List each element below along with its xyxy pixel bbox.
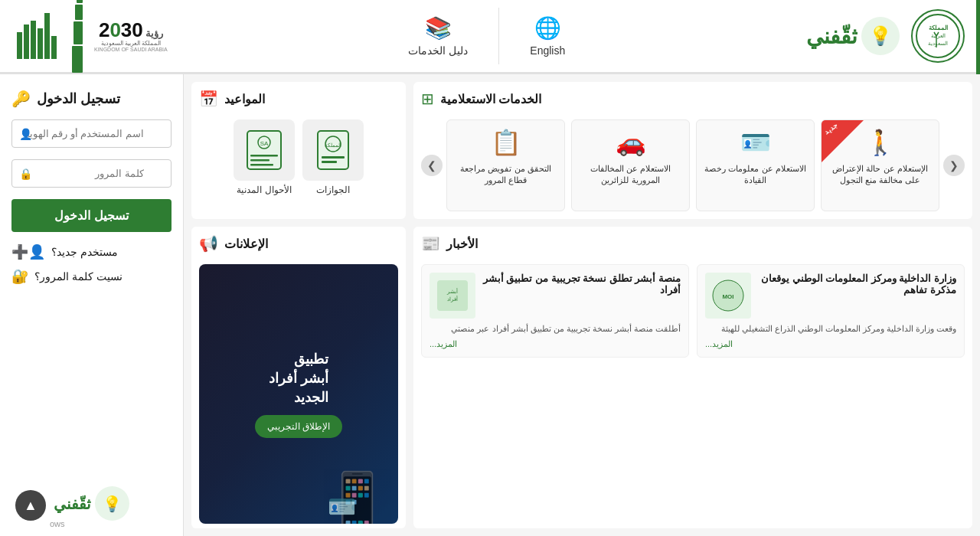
svg-text:المملكة: المملكة [325, 142, 341, 148]
layers-icon: ⊞ [421, 90, 434, 108]
nav-services-guide[interactable]: 📚 دليل الخدمات [377, 8, 498, 64]
news-more-2[interactable]: المزيد... [430, 339, 681, 349]
bulb-icon: 💡 [861, 17, 900, 55]
svg-rect-9 [51, 36, 57, 59]
news-header: الأخبار 📰 [421, 234, 965, 257]
news-title: الأخبار [446, 237, 478, 251]
service-card-violations[interactable]: 🚗 الاستعلام عن المخالفات المرورية للزائر… [571, 119, 690, 211]
appointment-civil[interactable]: SA الأحوال المدنية [234, 119, 295, 195]
service-icon-2: 🪪 [740, 128, 771, 157]
header-nav: 🌐 English 📚 دليل الخدمات [377, 8, 596, 64]
green-accent-bar [976, 0, 980, 74]
civil-icon-wrap: SA [234, 119, 295, 181]
saudi-logo: المملكة العربية السعودية [911, 9, 965, 63]
service-icon-4: 📋 [491, 128, 521, 157]
news-title-1: وزارة الداخلية ومركز المعلومات الوطني يو… [757, 273, 956, 296]
appointment-passports[interactable]: المملكة الجوازات [302, 119, 364, 195]
appointments-title: المواعيد [224, 92, 265, 106]
svg-text:أبشر: أبشر [446, 287, 458, 295]
scroll-top-button[interactable]: ▲ [15, 490, 46, 521]
announcement-text: تطبيقأبشر أفرادالجديد [269, 350, 328, 408]
news-thumb-2: أبشر أفراد [430, 273, 475, 319]
svg-rect-13 [322, 156, 345, 159]
info-services-header: الخدمات الاستعلامية ⊞ [421, 90, 965, 112]
launch-btn[interactable]: الإطلاق التجريبي [255, 415, 342, 438]
svg-rect-20 [250, 164, 273, 166]
username-input[interactable] [11, 119, 172, 148]
info-services-title: الخدمات الاستعلامية [440, 92, 541, 106]
nav-english-label: English [530, 44, 565, 57]
civil-affairs-label: الأحوال المدنية [237, 185, 291, 195]
service-icon-1: 🚶 [865, 128, 896, 157]
login-links: مستخدم جديد؟ 👤➕ نسيت كلمة المرور؟ 🔐 [11, 243, 172, 285]
new-user-link[interactable]: مستخدم جديد؟ 👤➕ [11, 243, 172, 260]
login-sidebar: تسجيل الدخول 🔑 👤 🔒 تسجيل الدخول مستخدم ج… [0, 74, 184, 536]
login-title-area: تسجيل الدخول 🔑 [11, 90, 172, 108]
carousel-prev-btn[interactable]: ❯ [421, 155, 443, 176]
svg-rect-4 [17, 32, 22, 59]
password-input[interactable] [11, 159, 172, 188]
new-user-icon: 👤➕ [11, 243, 45, 260]
thaqqafni-header-text: ثقّفني [806, 24, 858, 49]
svg-rect-23 [437, 280, 468, 311]
vision-label: رؤية [145, 28, 163, 39]
service-icon-3: 🚗 [616, 128, 646, 157]
news-card-1-header: وزارة الداخلية ومركز المعلومات الوطني يو… [705, 273, 956, 319]
service-label-2: الاستعلام عن معلومات رخصة القيادة [703, 163, 808, 187]
svg-text:أفراد: أفراد [447, 295, 458, 302]
id-illustration: 🪪 [328, 493, 356, 520]
svg-text:SA: SA [260, 140, 269, 147]
nav-services-guide-label: دليل الخدمات [408, 44, 468, 57]
main-content: الخدمات الاستعلامية ⊞ ❮ جديد 🚶 الإستعلام… [0, 74, 980, 536]
lock-icon: 🔒 [19, 168, 32, 180]
svg-rect-5 [24, 25, 29, 59]
appointments-header: المواعيد 📅 [199, 90, 398, 112]
forgot-password-icon: 🔐 [11, 268, 28, 285]
service-card-objection[interactable]: جديد 🚶 الإستعلام عن حالة الإعتراض على مخ… [821, 119, 939, 211]
svg-rect-8 [44, 13, 50, 59]
new-user-text: مستخدم جديد؟ [51, 246, 118, 258]
service-label-3: الاستعلام عن المخالفات المرورية للزائرين [578, 163, 683, 187]
forgot-password-text: نسيت كلمة المرور؟ [34, 270, 122, 283]
carousel-next-btn[interactable]: ❮ [943, 155, 965, 176]
announcements-panel: الإعلانات 📢 📱 🪪 تطبيقأبشر أفرادالجديد ال… [191, 227, 406, 528]
svg-rect-19 [250, 159, 270, 162]
forgot-password-link[interactable]: نسيت كلمة المرور؟ 🔐 [11, 268, 172, 285]
thaqqafni-bottom-text: ثقّفني [54, 495, 91, 513]
svg-rect-6 [31, 21, 36, 59]
announcements-title: الإعلانات [224, 237, 268, 251]
announcement-content: 📱 🪪 تطبيقأبشر أفرادالجديد الإطلاق التجري… [199, 264, 398, 524]
top-row: الخدمات الاستعلامية ⊞ ❮ جديد 🚶 الإستعلام… [184, 74, 980, 227]
appointments-content: المملكة الجوازات [199, 119, 398, 195]
calendar-icon: 📅 [199, 90, 218, 108]
info-services-panel: الخدمات الاستعلامية ⊞ ❮ جديد 🚶 الإستعلام… [413, 82, 972, 219]
vision-sub1: المملكة العربية السعودية [101, 40, 161, 47]
login-icon: 🔑 [11, 90, 31, 108]
announcements-header: الإعلانات 📢 [199, 234, 398, 257]
bar-chart-icon [15, 9, 61, 63]
news-card-1[interactable]: وزارة الداخلية ومركز المعلومات الوطني يو… [697, 264, 965, 358]
service-card-license[interactable]: 🪪 الاستعلام عن معلومات رخصة القيادة [696, 119, 815, 211]
news-card-2-header: منصة أبشر تطلق نسخة تجريبية من تطبيق أبش… [430, 273, 681, 319]
vision-sub2: KINGDOM OF SAUDI ARABIA [94, 47, 168, 52]
nav-english[interactable]: 🌐 English [498, 8, 596, 64]
megaphone-icon: 📢 [199, 234, 218, 253]
svg-rect-7 [38, 28, 43, 59]
vision-logo: رؤية 2030 المملكة العربية السعودية KINGD… [94, 20, 168, 52]
news-more-1[interactable]: المزيد... [705, 339, 956, 349]
svg-text:السعودية: السعودية [928, 41, 948, 47]
vision-year: 2030 [99, 20, 143, 40]
service-card-traffic[interactable]: 📋 التحقق من تفويض مراجعة قطاع المرور [446, 119, 565, 211]
svg-text:المملكة: المملكة [929, 25, 948, 31]
username-wrapper: 👤 [11, 119, 172, 148]
main-header: المملكة العربية السعودية 💡 ثقّفني 🌐 Engl… [0, 0, 980, 74]
content-area: الخدمات الاستعلامية ⊞ ❮ جديد 🚶 الإستعلام… [184, 74, 980, 536]
news-title-2: منصة أبشر تطلق نسخة تجريبية من تطبيق أبش… [482, 273, 681, 296]
login-button[interactable]: تسجيل الدخول [11, 199, 172, 232]
news-card-2[interactable]: منصة أبشر تطلق نسخة تجريبية من تطبيق أبش… [421, 264, 689, 358]
header-logo-area: المملكة العربية السعودية 💡 ثقّفني [806, 9, 965, 63]
login-title-text: تسجيل الدخول [37, 90, 120, 107]
services-grid: جديد 🚶 الإستعلام عن حالة الإعتراض على مخ… [446, 119, 939, 211]
svg-rect-14 [322, 161, 337, 163]
passports-icon-wrap: المملكة [302, 119, 364, 181]
